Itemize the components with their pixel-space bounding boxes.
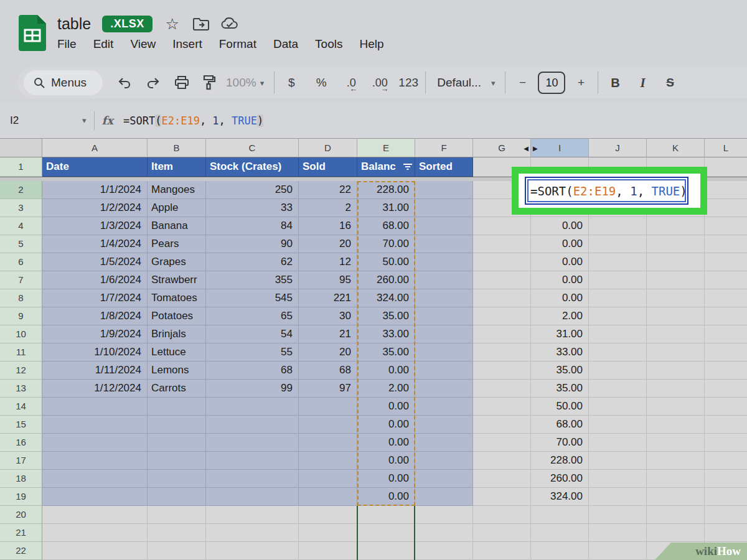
bold-button[interactable]: B: [604, 72, 626, 93]
cell-b21[interactable]: [148, 524, 206, 542]
cell-b16[interactable]: [148, 434, 206, 452]
move-folder-icon[interactable]: [192, 15, 210, 32]
cell-l16[interactable]: [705, 434, 747, 452]
cell-i5[interactable]: 0.00: [531, 235, 589, 253]
cell-a9[interactable]: 1/8/2024: [42, 307, 148, 325]
cell-k17[interactable]: [647, 452, 705, 470]
cell-f16[interactable]: [415, 434, 473, 452]
header-cell-sorted[interactable]: Sorted: [415, 157, 473, 177]
doc-title[interactable]: table: [57, 15, 91, 33]
cell-b13[interactable]: Carrots: [148, 380, 206, 398]
cell-i10[interactable]: 31.00: [531, 325, 589, 343]
formula-input[interactable]: =SORT(E2:E19, 1, TRUE): [123, 114, 263, 127]
cell-c12[interactable]: 68: [206, 362, 299, 380]
cell-g14[interactable]: [473, 398, 531, 416]
cell-e11[interactable]: 35.00: [357, 343, 415, 362]
star-icon[interactable]: ☆: [164, 15, 181, 32]
cell-j7[interactable]: [589, 271, 647, 289]
number-format-button[interactable]: 123: [398, 72, 419, 93]
menu-item-file[interactable]: File: [57, 37, 77, 51]
cell-d4[interactable]: 16: [299, 217, 357, 235]
cell-j12[interactable]: [589, 362, 647, 380]
row-header-16[interactable]: 16: [0, 434, 42, 452]
cell-g21[interactable]: [473, 524, 531, 542]
row-header-12[interactable]: 12: [0, 362, 42, 380]
cell-f21[interactable]: [415, 524, 473, 542]
col-header-e[interactable]: E: [357, 138, 415, 157]
menu-item-tools[interactable]: Tools: [315, 37, 342, 51]
currency-format-button[interactable]: $: [281, 72, 302, 93]
cell-i7[interactable]: 0.00: [531, 271, 589, 289]
cell-g5[interactable]: [473, 235, 531, 253]
cell-f13[interactable]: [415, 380, 473, 398]
cell-e16[interactable]: 0.00: [357, 434, 415, 452]
row-header-3[interactable]: 3: [0, 199, 42, 217]
cell-d10[interactable]: 21: [299, 325, 357, 343]
header-row-empty-cell[interactable]: [705, 157, 747, 177]
decrease-decimal-button[interactable]: .0←: [341, 77, 362, 90]
cell-d5[interactable]: 20: [299, 235, 357, 253]
cell-g20[interactable]: [473, 506, 531, 524]
menu-item-data[interactable]: Data: [273, 37, 298, 51]
header-cell-stock-crates-[interactable]: Stock (Crates): [206, 157, 299, 177]
row-header-20[interactable]: 20: [0, 506, 42, 524]
decrease-font-size-button[interactable]: −: [512, 72, 533, 93]
cell-l8[interactable]: [705, 289, 747, 307]
row-header-22[interactable]: 22: [0, 542, 42, 560]
col-header-d[interactable]: D: [299, 138, 357, 157]
cell-g7[interactable]: [473, 271, 531, 289]
cell-f15[interactable]: [415, 416, 473, 434]
cell-e21[interactable]: [357, 524, 415, 542]
cell-d22[interactable]: [299, 542, 357, 560]
header-cell-sold[interactable]: Sold: [299, 157, 357, 177]
cell-e12[interactable]: 0.00: [357, 362, 415, 380]
row-header-21[interactable]: 21: [0, 524, 42, 542]
row-header-4[interactable]: 4: [0, 217, 42, 235]
font-size-input[interactable]: 10: [538, 72, 565, 94]
row-header-10[interactable]: 10: [0, 325, 42, 343]
cell-b19[interactable]: [148, 488, 206, 506]
cell-c22[interactable]: [206, 542, 299, 560]
cell-c16[interactable]: [206, 434, 299, 452]
cell-k18[interactable]: [647, 470, 705, 488]
menu-item-help[interactable]: Help: [359, 37, 383, 51]
cell-d14[interactable]: [299, 398, 357, 416]
cell-j16[interactable]: [589, 434, 647, 452]
cell-k5[interactable]: [647, 235, 705, 253]
cell-e20[interactable]: [357, 506, 415, 524]
cell-a8[interactable]: 1/7/2024: [42, 289, 148, 307]
cell-j8[interactable]: [589, 289, 647, 307]
cell-c9[interactable]: 65: [206, 307, 299, 325]
cell-e6[interactable]: 50.00: [357, 253, 415, 271]
zoom-level[interactable]: 100%: [226, 76, 256, 90]
cell-l7[interactable]: [705, 271, 747, 289]
cell-a7[interactable]: 1/6/2024: [42, 271, 148, 289]
paint-format-icon[interactable]: [199, 72, 220, 93]
cell-g11[interactable]: [473, 343, 531, 362]
redo-icon[interactable]: [143, 72, 164, 93]
cell-a20[interactable]: [42, 506, 148, 524]
col-header-a[interactable]: A: [42, 138, 148, 157]
cell-l4[interactable]: [705, 217, 747, 235]
cell-k19[interactable]: [647, 488, 705, 506]
cell-e19[interactable]: 0.00: [357, 488, 415, 506]
cell-a18[interactable]: [42, 470, 148, 488]
cell-b12[interactable]: Lemons: [148, 362, 206, 380]
row-header-8[interactable]: 8: [0, 289, 42, 307]
row-header-17[interactable]: 17: [0, 452, 42, 470]
cell-editor-formula[interactable]: =SORT(E2:E19, 1, TRUE): [530, 184, 687, 198]
cell-k4[interactable]: [647, 217, 705, 235]
filter-icon[interactable]: [403, 162, 413, 171]
menu-item-format[interactable]: Format: [219, 37, 256, 51]
select-all-corner[interactable]: [0, 138, 42, 157]
cell-a10[interactable]: 1/9/2024: [42, 325, 148, 343]
cell-j10[interactable]: [589, 325, 647, 343]
cell-l6[interactable]: [705, 253, 747, 271]
cell-i11[interactable]: 33.00: [531, 343, 589, 362]
cell-b3[interactable]: Apple: [148, 199, 206, 217]
cell-c5[interactable]: 90: [206, 235, 299, 253]
cell-g6[interactable]: [473, 253, 531, 271]
cell-d17[interactable]: [299, 452, 357, 470]
col-header-f[interactable]: F: [415, 138, 473, 157]
cell-g12[interactable]: [473, 362, 531, 380]
